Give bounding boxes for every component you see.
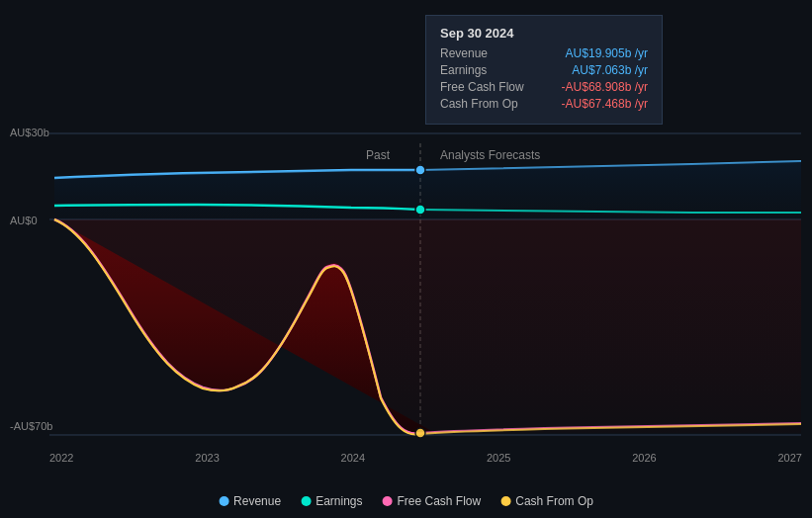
legend-label-revenue: Revenue: [233, 494, 281, 508]
legend-dot-earnings: [301, 496, 311, 506]
tooltip-row-earnings: Earnings AU$7.063b /yr: [440, 63, 648, 77]
legend-item-fcf[interactable]: Free Cash Flow: [383, 494, 482, 508]
legend: Revenue Earnings Free Cash Flow Cash Fro…: [219, 494, 593, 508]
tooltip-row-revenue: Revenue AU$19.905b /yr: [440, 46, 648, 60]
legend-item-cashfromop[interactable]: Cash From Op: [500, 494, 593, 508]
chart-svg: [0, 0, 812, 518]
legend-dot-revenue: [219, 496, 228, 506]
legend-label-fcf: Free Cash Flow: [398, 494, 482, 508]
legend-item-revenue[interactable]: Revenue: [219, 494, 281, 508]
x-label-2025: 2025: [487, 452, 510, 464]
svg-point-4: [415, 165, 425, 175]
y-label-bottom: -AU$70b: [10, 420, 52, 432]
legend-dot-cashfromop: [500, 496, 510, 506]
tooltip-value-fcf: -AU$68.908b /yr: [562, 80, 648, 94]
legend-label-earnings: Earnings: [316, 494, 362, 508]
chart-container: AU$30b AU$0 -AU$70b Past Analysts Foreca…: [0, 0, 812, 518]
tooltip-label-cashfromop: Cash From Op: [440, 97, 518, 111]
tooltip-label-revenue: Revenue: [440, 46, 488, 60]
legend-dot-fcf: [383, 496, 393, 506]
tooltip-value-revenue: AU$19.905b /yr: [566, 46, 648, 60]
tooltip-value-cashfromop: -AU$67.468b /yr: [562, 97, 648, 111]
x-axis: 2022 2023 2024 2025 2026 2027: [49, 452, 802, 464]
tooltip-date: Sep 30 2024: [440, 26, 648, 41]
y-label-mid: AU$0: [10, 215, 38, 226]
x-label-2027: 2027: [777, 452, 801, 464]
tooltip: Sep 30 2024 Revenue AU$19.905b /yr Earni…: [425, 15, 663, 125]
svg-point-5: [415, 205, 425, 215]
x-label-2026: 2026: [632, 452, 656, 464]
tooltip-value-earnings: AU$7.063b /yr: [572, 63, 648, 77]
legend-item-earnings[interactable]: Earnings: [301, 494, 362, 508]
tooltip-row-cashfromop: Cash From Op -AU$67.468b /yr: [440, 97, 648, 111]
x-label-2024: 2024: [341, 452, 365, 464]
forecast-label: Analysts Forecasts: [440, 148, 540, 162]
tooltip-row-fcf: Free Cash Flow -AU$68.908b /yr: [440, 80, 648, 94]
tooltip-label-earnings: Earnings: [440, 63, 487, 77]
y-label-top: AU$30b: [10, 127, 49, 138]
past-label: Past: [366, 148, 390, 162]
svg-point-6: [415, 428, 425, 438]
legend-label-cashfromop: Cash From Op: [515, 494, 593, 508]
x-label-2023: 2023: [195, 452, 219, 464]
x-label-2022: 2022: [49, 452, 73, 464]
tooltip-label-fcf: Free Cash Flow: [440, 80, 524, 94]
